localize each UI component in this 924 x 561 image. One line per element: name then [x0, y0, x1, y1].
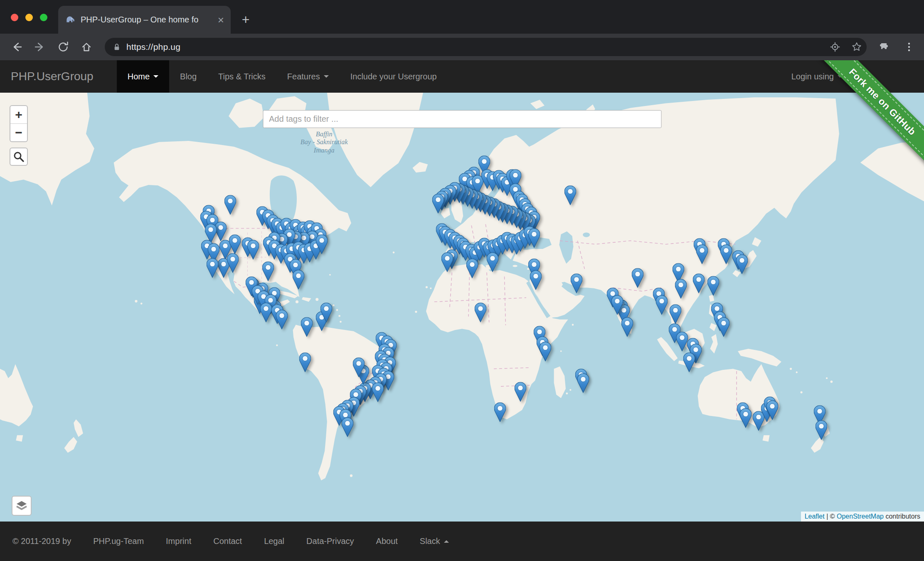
map-marker[interactable]: [670, 304, 682, 324]
locate-icon[interactable]: [828, 40, 842, 54]
world-map[interactable]: Baffin Bay - Saknirutiak Imanga + − Leaf…: [0, 93, 924, 522]
map-marker[interactable]: [766, 400, 779, 420]
nav-item-tips-tricks[interactable]: Tips & Tricks: [207, 60, 276, 93]
map-marker[interactable]: [224, 195, 236, 215]
maximize-window-button[interactable]: [40, 14, 47, 21]
map-marker[interactable]: [247, 240, 259, 260]
map-marker[interactable]: [739, 408, 752, 428]
url-text: https://php.ug: [126, 42, 180, 52]
map-marker[interactable]: [655, 295, 668, 315]
menu-icon[interactable]: [902, 40, 916, 54]
map-marker[interactable]: [676, 332, 688, 352]
new-tab-button[interactable]: +: [237, 11, 254, 28]
tab-title: PHP-UserGroup – One home fo: [81, 15, 205, 25]
home-icon[interactable]: [80, 40, 93, 54]
map-marker[interactable]: [683, 352, 695, 372]
bookmark-star-icon[interactable]: [850, 40, 863, 54]
footer-link-team[interactable]: PHP.ug-Team: [93, 536, 144, 546]
reload-icon[interactable]: [57, 40, 70, 54]
lock-icon: [111, 42, 122, 52]
map-marker[interactable]: [301, 317, 313, 337]
tag-filter-input[interactable]: [263, 110, 661, 128]
nav-item-features[interactable]: Features: [276, 60, 340, 93]
zoom-out-button[interactable]: −: [10, 123, 27, 141]
attribution-tail: contributors: [884, 513, 920, 520]
address-bar[interactable]: https://php.ug: [105, 38, 867, 56]
tab-close-icon[interactable]: ×: [218, 15, 224, 25]
map-marker[interactable]: [299, 352, 311, 372]
layers-control[interactable]: [12, 496, 32, 516]
footer-link-legal[interactable]: Legal: [264, 536, 284, 546]
map-marker[interactable]: [229, 234, 241, 254]
map-marker[interactable]: [577, 373, 589, 393]
nav-item-home[interactable]: Home: [117, 60, 169, 93]
nav-item-blog[interactable]: Blog: [169, 60, 207, 93]
map-marker[interactable]: [539, 342, 551, 362]
browser-tab[interactable]: PHP-UserGroup – One home fo ×: [58, 6, 231, 34]
map-marker[interactable]: [207, 258, 219, 278]
map-marker[interactable]: [486, 252, 498, 272]
map-marker[interactable]: [494, 402, 506, 422]
map-marker[interactable]: [227, 253, 239, 273]
map-marker[interactable]: [717, 317, 729, 337]
copyright-text: © 2011-2019 by: [12, 536, 71, 546]
map-marker[interactable]: [514, 382, 526, 402]
minimize-window-button[interactable]: [25, 14, 33, 21]
map-marker[interactable]: [432, 194, 444, 214]
footer-link-contact[interactable]: Contact: [213, 536, 242, 546]
map-marker[interactable]: [816, 420, 828, 440]
map-marker[interactable]: [720, 244, 732, 264]
layers-icon: [14, 498, 29, 513]
map-marker[interactable]: [530, 270, 542, 290]
map-marker[interactable]: [528, 228, 540, 248]
map-marker[interactable]: [341, 417, 353, 437]
window-controls: [11, 14, 47, 21]
site-navbar: PHP.UserGroup Home Blog Tips & Tricks Fe…: [0, 60, 924, 93]
chevron-down-icon: [324, 75, 329, 78]
map-marker[interactable]: [320, 303, 332, 322]
map-search-button[interactable]: [10, 148, 28, 166]
forward-icon[interactable]: [33, 40, 47, 54]
nav-item-features-label: Features: [287, 72, 320, 81]
map-marker[interactable]: [441, 252, 453, 272]
brand[interactable]: PHP.UserGroup: [0, 60, 105, 93]
osm-link[interactable]: OpenStreetMap: [837, 513, 884, 520]
map-marker[interactable]: [631, 268, 643, 288]
nav-item-include-usergroup[interactable]: Include your Usergroup: [340, 60, 448, 93]
close-window-button[interactable]: [11, 14, 18, 21]
map-marker[interactable]: [675, 279, 687, 299]
map-marker[interactable]: [564, 185, 576, 205]
map-marker[interactable]: [707, 276, 719, 296]
map-marker[interactable]: [736, 254, 748, 274]
map-marker[interactable]: [352, 357, 365, 377]
map-marker[interactable]: [621, 317, 633, 337]
php-elephant-favicon: [65, 15, 76, 25]
map-marker[interactable]: [474, 303, 486, 322]
map-marker[interactable]: [611, 295, 623, 315]
map-marker[interactable]: [276, 310, 288, 330]
markers-layer: [0, 93, 924, 522]
map-marker[interactable]: [466, 258, 478, 278]
map-marker[interactable]: [571, 273, 583, 293]
chevron-down-icon: [153, 75, 158, 78]
map-marker[interactable]: [372, 382, 384, 402]
zoom-in-button[interactable]: +: [10, 106, 27, 123]
map-attribution: Leaflet | © OpenStreetMap contributors: [801, 512, 924, 522]
footer-link-slack[interactable]: Slack: [420, 536, 449, 546]
footer-link-data-privacy[interactable]: Data-Privacy: [306, 536, 354, 546]
map-marker[interactable]: [260, 303, 272, 322]
map-marker[interactable]: [293, 270, 305, 290]
map-marker[interactable]: [315, 234, 328, 254]
site-footer: © 2011-2019 by PHP.ug-Team Imprint Conta…: [0, 522, 924, 561]
footer-link-about[interactable]: About: [376, 536, 398, 546]
footer-link-slack-label: Slack: [420, 536, 440, 546]
chevron-up-icon: [444, 540, 449, 543]
extensions-icon[interactable]: [879, 40, 892, 54]
back-icon[interactable]: [10, 40, 23, 54]
footer-link-imprint[interactable]: Imprint: [166, 536, 191, 546]
leaflet-link[interactable]: Leaflet: [805, 513, 825, 520]
attribution-separator: | ©: [825, 513, 837, 520]
map-marker[interactable]: [696, 244, 708, 264]
map-marker[interactable]: [262, 261, 274, 281]
map-marker[interactable]: [692, 273, 705, 293]
